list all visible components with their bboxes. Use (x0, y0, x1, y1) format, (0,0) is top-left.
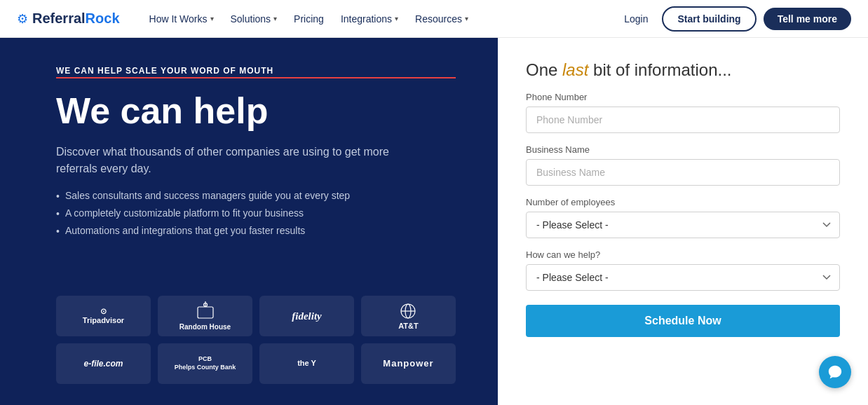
chevron-down-icon: ▾ (210, 15, 214, 22)
employees-select[interactable]: - Please Select - 1-10 11-50 51-200 201-… (526, 212, 840, 238)
chat-bubble[interactable] (819, 356, 851, 388)
nav-solutions[interactable]: Solutions ▾ (224, 9, 285, 29)
form-title: One last bit of information... (526, 59, 840, 81)
logo-tripadvisor: ⊙Tripadvisor (56, 296, 151, 336)
nav-how-it-works[interactable]: How It Works ▾ (142, 9, 221, 29)
logo-efile: e-file.com (56, 343, 151, 384)
logo-ymca: the Y (259, 343, 354, 384)
logo-gear-icon: ⚙ (17, 11, 28, 27)
nav-integrations[interactable]: Integrations ▾ (334, 9, 405, 29)
hero-subtitle: Discover what thousands of other compani… (56, 144, 421, 177)
chevron-down-icon: ▾ (465, 15, 468, 22)
employees-label: Number of employees (526, 197, 840, 207)
hero-bullets: Sales consultants and success managers g… (56, 190, 456, 237)
help-select[interactable]: - Please Select - Referral Program Affil… (526, 264, 840, 291)
hero-title: We can help (56, 91, 456, 131)
logo-manpower: Manpower (361, 343, 456, 384)
navbar: ⚙ ReferralRock How It Works ▾ Solutions … (0, 0, 868, 38)
chevron-down-icon: ▾ (273, 15, 277, 22)
phone-input[interactable] (526, 107, 840, 133)
business-group: Business Name (526, 144, 840, 186)
employees-group: Number of employees - Please Select - 1-… (526, 197, 840, 238)
bullet-2: A completely customizable platform to fi… (56, 207, 456, 219)
svg-rect-0 (198, 307, 213, 318)
help-label: How can we help? (526, 249, 840, 260)
nav-pricing[interactable]: Pricing (287, 9, 331, 29)
phone-group: Phone Number (526, 92, 840, 133)
bullet-1: Sales consultants and success managers g… (56, 190, 456, 202)
nav-actions: Login Start building Tell me more (617, 6, 851, 32)
chat-icon (827, 364, 843, 380)
tell-me-more-button[interactable]: Tell me more (764, 8, 851, 30)
logo-pcb: PCBPhelps County Bank (158, 343, 252, 384)
hero-panel: WE CAN HELP SCALE YOUR WORD OF MOUTH We … (0, 38, 498, 405)
client-logos: ⊙Tripadvisor Random House fidelity (56, 296, 456, 384)
hero-eyebrow: WE CAN HELP SCALE YOUR WORD OF MOUTH (56, 66, 456, 78)
chevron-down-icon: ▾ (395, 15, 398, 22)
logo-text: ReferralRock (32, 11, 120, 27)
nav-resources[interactable]: Resources ▾ (408, 9, 475, 29)
logo-fidelity: fidelity (259, 296, 354, 336)
nav-links: How It Works ▾ Solutions ▾ Pricing Integ… (142, 9, 618, 29)
schedule-button[interactable]: Schedule Now (526, 305, 840, 337)
phone-label: Phone Number (526, 92, 840, 102)
form-panel: One last bit of information... Phone Num… (498, 38, 868, 405)
login-link[interactable]: Login (617, 9, 655, 29)
help-group: How can we help? - Please Select - Refer… (526, 249, 840, 291)
business-input[interactable] (526, 159, 840, 186)
main-layout: WE CAN HELP SCALE YOUR WORD OF MOUTH We … (0, 38, 868, 405)
start-building-button[interactable]: Start building (662, 6, 756, 32)
bullet-3: Automations and integrations that get yo… (56, 225, 456, 237)
logo[interactable]: ⚙ ReferralRock (17, 11, 120, 27)
business-label: Business Name (526, 144, 840, 155)
logo-random-house: Random House (158, 296, 252, 336)
logo-att: AT&T (361, 296, 456, 336)
